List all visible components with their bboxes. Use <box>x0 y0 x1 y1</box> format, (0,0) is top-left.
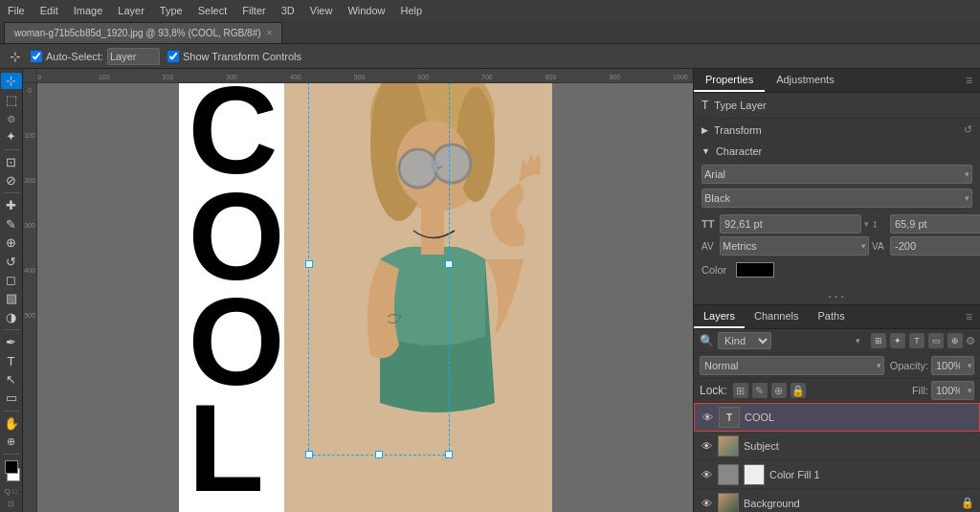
main-area: ⊹ ⬚ ⌾ ✦ ⊡ ⊘ ✚ ✎ ⊕ ↺ ◻ ▨ ◑ ✒ T ↖ ▭ ✋ ⊕ Q … <box>0 69 980 512</box>
menu-window[interactable]: Window <box>347 5 385 16</box>
layer-subject-thumbnail <box>718 435 739 456</box>
layer-cool[interactable]: 👁 T COOL <box>694 403 980 432</box>
tool-path-select[interactable]: ↖ <box>1 371 22 388</box>
layer-kind-select[interactable]: Kind Name Effect <box>718 332 771 349</box>
layer-cool-visibility[interactable]: 👁 <box>701 411 714 424</box>
layer-filter-icons: ⊞ ✦ T ▭ ⊕ <box>871 333 963 348</box>
blend-mode-select[interactable]: Normal Multiply Screen Overlay <box>700 356 884 375</box>
menu-bar: File Edit Image Layer Type Select Filter… <box>0 0 980 21</box>
canvas-area[interactable]: COOL <box>37 83 693 512</box>
tool-zoom[interactable]: ⊕ <box>1 434 22 450</box>
layer-color-fill[interactable]: 👁 Color Fill 1 <box>694 460 980 489</box>
tool-marquee[interactable]: ⬚ <box>1 91 22 107</box>
layer-subject[interactable]: 👁 Subject <box>694 432 980 460</box>
menu-3d[interactable]: 3D <box>281 5 295 16</box>
menu-filter[interactable]: Filter <box>242 5 265 16</box>
tool-brush[interactable]: ✎ <box>1 216 22 233</box>
leading-input[interactable] <box>890 214 980 234</box>
filter-pixel-icon[interactable]: ⊞ <box>871 333 886 348</box>
auto-select-checkbox[interactable] <box>31 51 42 62</box>
layer-fill-thumbnail <box>718 464 739 485</box>
lock-pixels-icon[interactable]: ⊞ <box>733 383 748 398</box>
transform-section-header[interactable]: ▶ Transform ↺ <box>694 119 980 141</box>
auto-select-group: Auto-Select: Layer Group <box>31 48 160 65</box>
color-swatch[interactable] <box>736 262 774 278</box>
tool-shape[interactable]: ▭ <box>1 390 22 406</box>
layers-list: 👁 T COOL 👁 Subject 👁 Color Fill 1 <box>694 403 980 512</box>
tab-channels[interactable]: Channels <box>745 305 808 328</box>
document-tab[interactable]: woman-g71b5cb85d_1920.jpg @ 93,8% (COOL,… <box>4 22 282 43</box>
transform-reset-button[interactable]: ↺ <box>964 123 972 136</box>
lock-all-icon[interactable]: 🔒 <box>791 383 806 398</box>
layer-fill-visibility[interactable]: 👁 <box>700 468 713 481</box>
tool-move[interactable]: ⊹ <box>1 73 22 89</box>
menu-help[interactable]: Help <box>401 5 423 16</box>
tab-properties[interactable]: Properties <box>694 69 765 92</box>
tool-heal[interactable]: ✚ <box>1 197 22 213</box>
options-bar: ⊹ Auto-Select: Layer Group Show Transfor… <box>0 44 980 69</box>
foreground-background-colors[interactable] <box>3 460 20 481</box>
filter-adjustment-icon[interactable]: ✦ <box>890 333 905 348</box>
screen-mode-icon: ⊡ <box>8 500 14 508</box>
menu-image[interactable]: Image <box>74 5 103 16</box>
tab-adjustments[interactable]: Adjustments <box>765 69 846 92</box>
layer-bg-name: Background <box>744 498 956 509</box>
menu-type[interactable]: Type <box>160 5 183 16</box>
character-label: Character <box>716 145 762 157</box>
font-size-input[interactable] <box>720 214 861 234</box>
tool-clone-stamp[interactable]: ⊕ <box>1 234 22 251</box>
font-family-select[interactable]: Arial Helvetica Times New Roman <box>702 165 972 184</box>
opacity-select[interactable]: 100% 75% 50% <box>931 356 974 375</box>
tool-lasso[interactable]: ⌾ <box>1 110 22 126</box>
tool-pen[interactable]: ✒ <box>1 334 22 350</box>
font-size-dropdown-arrow[interactable]: ▾ <box>864 219 869 229</box>
fill-select[interactable]: 100% 75% 50% <box>931 381 974 400</box>
menu-file[interactable]: File <box>8 5 25 16</box>
more-options-button[interactable]: ... <box>694 281 980 304</box>
svg-point-9 <box>401 151 435 186</box>
mode-icons: Q □ <box>5 487 17 496</box>
color-row: Color <box>694 260 980 281</box>
tracking-select[interactable]: Metrics Optical Auto <box>720 236 869 256</box>
tab-close-button[interactable]: × <box>267 28 273 38</box>
layer-subject-visibility[interactable]: 👁 <box>700 439 713 453</box>
character-section-header[interactable]: ▼ Character <box>694 141 980 162</box>
tool-magic-wand[interactable]: ✦ <box>1 128 22 145</box>
layer-background[interactable]: 👁 Background 🔒 <box>694 489 980 512</box>
tab-layers[interactable]: Layers <box>694 305 745 328</box>
menu-view[interactable]: View <box>310 5 333 16</box>
tab-paths[interactable]: Paths <box>809 305 855 328</box>
transform-arrow: ▶ <box>702 125 708 135</box>
tool-crop[interactable]: ⊡ <box>1 153 22 169</box>
properties-more-button[interactable]: ≡ <box>958 69 980 92</box>
tool-eyedropper[interactable]: ⊘ <box>1 172 22 189</box>
menu-edit[interactable]: Edit <box>40 5 58 16</box>
show-transform-checkbox[interactable] <box>167 51 179 62</box>
auto-select-dropdown[interactable]: Layer Group <box>107 48 160 65</box>
kerning-input[interactable] <box>890 236 980 256</box>
type-layer-row: T Type Layer <box>702 97 972 114</box>
filter-toggle[interactable] <box>967 337 974 345</box>
layer-bg-visibility[interactable]: 👁 <box>700 497 713 510</box>
tool-hand[interactable]: ✋ <box>1 414 22 431</box>
lock-artboard-icon[interactable]: ⊕ <box>771 383 787 398</box>
layers-more-button[interactable]: ≡ <box>958 305 980 328</box>
tool-type[interactable]: T <box>1 352 22 368</box>
properties-panel: Properties Adjustments ≡ T Type Layer ▶ … <box>694 69 980 305</box>
tool-dodge[interactable]: ◑ <box>1 309 22 325</box>
tool-eraser[interactable]: ◻ <box>1 272 22 288</box>
menu-layer[interactable]: Layer <box>118 5 145 16</box>
lock-position-icon[interactable]: ✎ <box>752 383 768 398</box>
tool-gradient[interactable]: ▨ <box>1 290 22 306</box>
filter-shape-icon[interactable]: ▭ <box>928 333 944 348</box>
filter-type-icon[interactable]: T <box>909 333 924 348</box>
layers-search-bar: 🔍 Kind Name Effect ⊞ ✦ T ▭ ⊕ <box>694 329 980 353</box>
font-size-icon: TT <box>702 218 717 230</box>
tool-history-brush[interactable]: ↺ <box>1 253 22 269</box>
menu-select[interactable]: Select <box>198 5 228 16</box>
font-style-select[interactable]: Black Bold Regular <box>702 189 972 208</box>
toolbar-separator-2 <box>3 192 20 193</box>
foreground-color[interactable] <box>5 460 18 474</box>
filter-smart-icon[interactable]: ⊕ <box>947 333 963 348</box>
layer-cool-name: COOL <box>745 412 973 423</box>
